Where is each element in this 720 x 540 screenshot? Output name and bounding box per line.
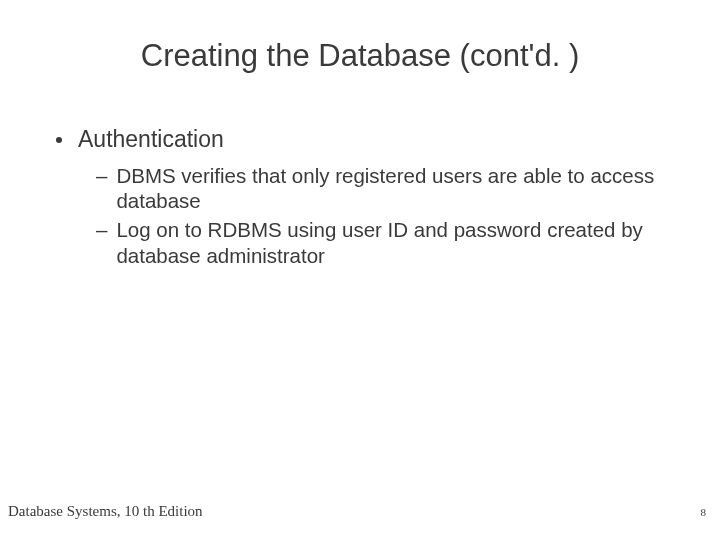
bullet-level-1: Authentication — [50, 126, 670, 153]
footer-source: Database Systems, 10 th Edition — [8, 503, 203, 520]
bullet-dash-icon: – — [96, 163, 107, 188]
slide-content: Authentication – DBMS verifies that only… — [0, 126, 720, 268]
bullet-level-2: – DBMS verifies that only registered use… — [50, 163, 670, 213]
bullet-level-2: – Log on to RDBMS using user ID and pass… — [50, 217, 670, 267]
bullet-dot-icon — [56, 137, 62, 143]
bullet-dash-icon: – — [96, 217, 107, 242]
slide: Creating the Database (cont'd. ) Authent… — [0, 0, 720, 540]
bullet-l1-text: Authentication — [78, 126, 224, 153]
slide-title: Creating the Database (cont'd. ) — [0, 38, 720, 74]
bullet-l2a-text: DBMS verifies that only registered users… — [116, 163, 670, 213]
bullet-l2b-text: Log on to RDBMS using user ID and passwo… — [116, 217, 670, 267]
page-number: 8 — [701, 506, 707, 518]
